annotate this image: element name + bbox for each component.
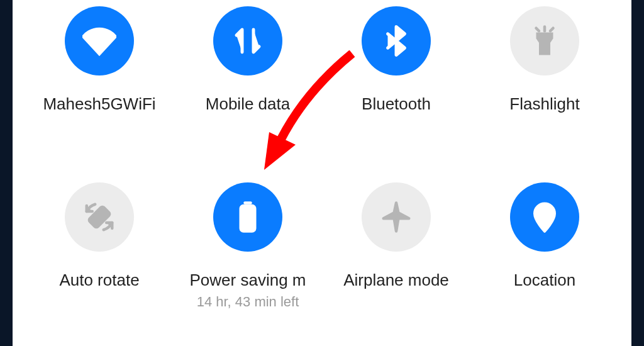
tile-auto-rotate[interactable]: Auto rotate xyxy=(25,176,174,346)
tile-mobile-data-label: Mobile data xyxy=(206,94,290,114)
tile-mobile-data[interactable]: Mobile data xyxy=(174,0,322,176)
tile-location[interactable]: Location xyxy=(470,176,619,346)
tile-wifi-label: Mahesh5GWiFi xyxy=(43,94,155,114)
power-saving-icon xyxy=(213,182,282,252)
quick-settings-grid: Mahesh5GWiFi Mobile data Bluetooth xyxy=(25,0,619,346)
tile-airplane-mode-label: Airplane mode xyxy=(343,271,449,290)
mobile-data-icon xyxy=(213,6,282,75)
svg-point-8 xyxy=(541,210,548,217)
svg-line-1 xyxy=(536,28,540,31)
tile-bluetooth[interactable]: Bluetooth xyxy=(322,0,470,176)
bluetooth-icon xyxy=(362,6,431,75)
tile-flashlight[interactable]: Flashlight xyxy=(470,0,619,176)
tile-location-label: Location xyxy=(514,271,575,290)
auto-rotate-icon xyxy=(65,182,134,252)
svg-line-2 xyxy=(550,28,553,31)
airplane-icon xyxy=(362,182,431,252)
tile-flashlight-label: Flashlight xyxy=(509,94,579,114)
flashlight-icon xyxy=(510,6,579,75)
tile-power-saving-subtitle: 14 hr, 43 min left xyxy=(197,294,299,310)
wifi-icon xyxy=(65,6,134,75)
tile-bluetooth-label: Bluetooth xyxy=(362,94,431,114)
location-icon xyxy=(510,182,579,252)
tile-auto-rotate-label: Auto rotate xyxy=(59,271,139,290)
tile-power-saving-label: Power saving m xyxy=(190,271,306,290)
svg-rect-3 xyxy=(88,206,110,228)
tile-wifi[interactable]: Mahesh5GWiFi xyxy=(25,0,174,176)
quick-settings-panel: Mahesh5GWiFi Mobile data Bluetooth xyxy=(13,0,631,346)
tile-power-saving[interactable]: Power saving m 14 hr, 43 min left xyxy=(174,176,322,346)
tile-airplane-mode[interactable]: Airplane mode xyxy=(322,176,470,346)
